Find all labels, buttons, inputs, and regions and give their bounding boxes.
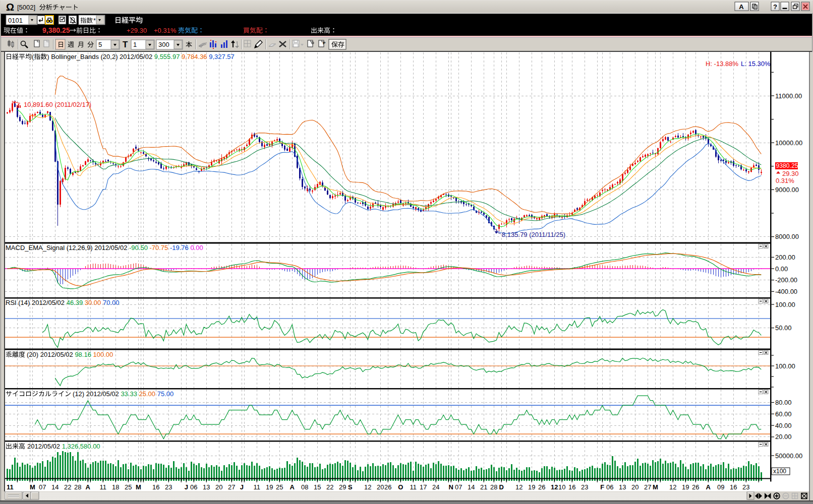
svg-text:25: 25 <box>125 483 132 491</box>
svg-text:9000.00: 9000.00 <box>775 186 799 194</box>
svg-text:23: 23 <box>165 483 172 491</box>
svg-text:17: 17 <box>420 483 427 491</box>
svg-text:80.00: 80.00 <box>775 399 792 406</box>
svg-text:8000.00: 8000.00 <box>775 233 799 240</box>
svg-text:18: 18 <box>112 483 119 491</box>
svg-text:22: 22 <box>64 483 71 491</box>
svg-text:29: 29 <box>339 483 346 491</box>
svg-text:A: A <box>290 483 295 491</box>
svg-text:24: 24 <box>432 483 439 491</box>
svg-text:28: 28 <box>490 483 497 491</box>
svg-text:21: 21 <box>480 483 487 491</box>
svg-text:07: 07 <box>455 483 462 491</box>
svg-text:9,380.25: 9,380.25 <box>42 26 70 34</box>
svg-text:0.31%: 0.31% <box>776 177 794 184</box>
svg-text:13: 13 <box>619 483 626 491</box>
svg-text:9,555.97: 9,555.97 <box>154 53 180 60</box>
svg-text:100.00: 100.00 <box>93 351 113 358</box>
svg-text:70.00: 70.00 <box>103 299 120 306</box>
svg-text:) Bollinger_Bands (20,2) 2012/: ) Bollinger_Bands (20,2) 2012/05/02 <box>47 53 152 60</box>
svg-text:06: 06 <box>606 483 613 491</box>
svg-text:MACD_EMA_Signal (12,26,9) 2012: MACD_EMA_Signal (12,26,9) 2012/05/02 <box>6 244 127 251</box>
svg-text:25: 25 <box>276 483 283 491</box>
svg-text:-200.00: -200.00 <box>775 276 797 284</box>
svg-text:19: 19 <box>682 483 689 491</box>
svg-text:1,326,580.00: 1,326,580.00 <box>62 443 100 450</box>
svg-text:200.00: 200.00 <box>775 254 795 261</box>
svg-text:A: A <box>739 3 744 11</box>
svg-text:11: 11 <box>410 483 417 491</box>
svg-text:50.00: 50.00 <box>775 324 792 332</box>
svg-text:N: N <box>449 483 453 491</box>
svg-text:F: F <box>600 483 604 491</box>
svg-text:+0.31%: +0.31% <box>154 27 177 34</box>
svg-text:20: 20 <box>377 483 384 491</box>
svg-text:0.00: 0.00 <box>775 265 788 273</box>
svg-text:2012/05/02: 2012/05/02 <box>27 443 60 450</box>
svg-text:100.00: 100.00 <box>775 362 795 370</box>
svg-text:A: A <box>706 483 711 491</box>
svg-text:08: 08 <box>301 483 308 491</box>
svg-text:20.00: 20.00 <box>775 433 792 440</box>
svg-text:19: 19 <box>528 483 535 491</box>
svg-text:-90.50: -90.50 <box>129 244 148 251</box>
svg-text:-19.76: -19.76 <box>170 244 189 251</box>
svg-text:T: T <box>123 40 128 49</box>
svg-text:12: 12 <box>669 483 676 491</box>
svg-text:-400.00: -400.00 <box>775 288 797 295</box>
svg-text:9,327.57: 9,327.57 <box>209 53 235 60</box>
svg-text:26: 26 <box>538 483 545 491</box>
svg-text:(: ( <box>32 53 34 60</box>
svg-text:+29.30: +29.30 <box>127 27 147 34</box>
svg-text:16: 16 <box>730 483 737 491</box>
svg-text:Ω: Ω <box>6 2 14 13</box>
svg-text:09: 09 <box>717 483 724 491</box>
svg-text:27: 27 <box>644 483 651 491</box>
svg-text:30.00: 30.00 <box>85 299 101 306</box>
svg-text:J: J <box>240 483 244 491</box>
svg-text:14: 14 <box>51 483 59 491</box>
svg-text:A: A <box>86 483 91 491</box>
svg-text:33.33: 33.33 <box>121 390 137 398</box>
svg-text:M: M <box>30 483 35 491</box>
svg-text:5: 5 <box>98 41 102 48</box>
svg-text:O: O <box>398 483 403 491</box>
svg-text:75.00: 75.00 <box>157 390 174 398</box>
svg-text:11: 11 <box>254 483 261 491</box>
svg-text:11: 11 <box>7 483 14 491</box>
svg-text:25.00: 25.00 <box>139 390 156 398</box>
svg-text:0.00: 0.00 <box>190 244 203 251</box>
svg-text:50000.00: 50000.00 <box>775 452 802 460</box>
svg-text:-70.75: -70.75 <box>149 244 168 251</box>
svg-text:15: 15 <box>314 483 321 491</box>
svg-text:20: 20 <box>215 483 222 491</box>
svg-text:26: 26 <box>692 483 699 491</box>
svg-text:98.16: 98.16 <box>75 351 91 358</box>
svg-text:10000.00: 10000.00 <box>775 139 802 147</box>
svg-text:x100: x100 <box>773 468 786 475</box>
svg-text:9,784.36: 9,784.36 <box>182 53 207 60</box>
svg-text:L: 15.30%: L: 15.30% <box>741 60 771 68</box>
svg-text:06: 06 <box>190 483 197 491</box>
svg-text:D: D <box>499 483 504 491</box>
svg-text:M: M <box>136 483 141 491</box>
svg-text:12: 12 <box>364 483 371 491</box>
svg-text:(20) 2012/05/02: (20) 2012/05/02 <box>27 351 73 358</box>
svg-text:S: S <box>348 483 353 491</box>
svg-text:60.00: 60.00 <box>775 410 792 418</box>
svg-text:8,135.79 (2011/11/25): 8,135.79 (2011/11/25) <box>502 231 565 238</box>
svg-text:P: P <box>323 41 326 45</box>
svg-text:(12) 2012/05/02: (12) 2012/05/02 <box>73 390 119 398</box>
svg-text:23: 23 <box>742 483 749 491</box>
svg-text:28: 28 <box>74 483 81 491</box>
svg-text:22: 22 <box>326 483 333 491</box>
svg-text:9380.25: 9380.25 <box>776 162 798 169</box>
svg-text:12: 12 <box>551 483 558 491</box>
svg-text:100.00: 100.00 <box>775 301 795 308</box>
svg-text:M: M <box>653 483 658 491</box>
svg-text:46.39: 46.39 <box>67 299 83 306</box>
svg-text:H: -13.88%: H: -13.88% <box>706 60 738 68</box>
svg-text:40.00: 40.00 <box>775 422 792 429</box>
svg-text:300: 300 <box>158 41 169 48</box>
svg-text:14: 14 <box>468 483 475 491</box>
